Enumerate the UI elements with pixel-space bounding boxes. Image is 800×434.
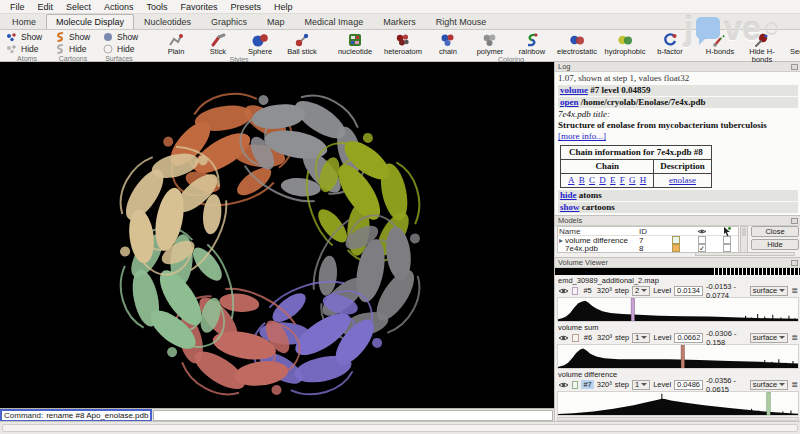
color-nucleotide-button[interactable]: nucleotide (332, 31, 378, 56)
chain-a-link[interactable]: A (568, 175, 575, 185)
chain-g-link[interactable]: G (629, 175, 636, 185)
status-message-area (2, 424, 798, 432)
menu-actions[interactable]: Actions (98, 2, 140, 12)
model-color-swatch[interactable] (672, 236, 680, 244)
model-row-7e4x[interactable]: 7e4x.pdb 8 ✓ (558, 244, 738, 252)
log-panel-menu-icon[interactable] (791, 64, 798, 70)
surface-icon (102, 32, 114, 42)
tab-medical-image[interactable]: Medical Image (295, 14, 374, 29)
chain-c-link[interactable]: C (589, 175, 595, 185)
electrostatic-color-icon (568, 32, 586, 48)
sequence-button[interactable]: Sequence (784, 31, 800, 56)
chain-description-link[interactable]: enolase (669, 175, 696, 185)
tab-molecule-display[interactable]: Molecule Display (46, 14, 134, 29)
map-shown-eye-icon[interactable] (558, 334, 569, 342)
map-histogram[interactable] (557, 344, 799, 369)
menu-help[interactable]: Help (268, 2, 299, 12)
map-options-icon[interactable]: ≣ (791, 381, 798, 389)
map-size: 320³ (597, 380, 612, 389)
model-shown-checkbox[interactable]: ✓ (698, 244, 706, 252)
menu-tools[interactable]: Tools (141, 2, 174, 12)
color-heteroatom-button[interactable]: heteroatom (380, 31, 426, 56)
menu-file[interactable]: File (4, 2, 31, 12)
color-rainbow-button[interactable]: rainbow (512, 31, 552, 56)
style-ballstick-button[interactable]: Ball stick (282, 31, 322, 56)
map-value-range: -0.0306 - 0.158 (706, 329, 746, 347)
hide-cartoons-button[interactable]: Hide (52, 43, 98, 55)
chain-b-link[interactable]: B (579, 175, 585, 185)
display-style-dropdown[interactable]: surface (750, 380, 789, 390)
models-horizontal-scrollbar[interactable] (695, 252, 795, 256)
level-input[interactable]: 0.0134 (674, 286, 703, 296)
map-histogram[interactable] (557, 297, 799, 322)
chain-f-link[interactable]: F (620, 175, 625, 185)
models-hide-button[interactable]: Hide (751, 239, 799, 250)
model-select-checkbox[interactable] (723, 236, 731, 244)
tab-right-mouse[interactable]: Right Mouse (426, 14, 497, 29)
display-style-dropdown[interactable]: surface (750, 286, 789, 296)
map-histogram[interactable] (557, 391, 799, 416)
chain-e-link[interactable]: E (610, 175, 616, 185)
step-dropdown[interactable]: 2 (632, 286, 650, 296)
chain-h-link[interactable]: H (640, 175, 647, 185)
jove-logo-ve: ve (723, 9, 761, 48)
map-shown-eye-icon[interactable] (558, 381, 569, 389)
map-options-icon[interactable]: ≣ (791, 287, 798, 295)
step-dropdown[interactable]: 1 (632, 333, 650, 343)
color-polymer-button[interactable]: polymer (470, 31, 510, 56)
style-plain-button[interactable]: Plain (156, 31, 196, 56)
b-factor-color-icon (661, 32, 679, 48)
show-command-link[interactable]: show (560, 202, 580, 212)
menu-presets[interactable]: Presets (225, 2, 268, 12)
model-color-swatch[interactable] (672, 244, 680, 252)
graphics-viewport[interactable] (0, 62, 554, 408)
color-hydrophobic-button[interactable]: hydrophobic (602, 31, 648, 56)
model-select-checkbox[interactable] (723, 244, 731, 252)
tab-nucleotides[interactable]: Nucleotides (134, 14, 201, 29)
menu-edit[interactable]: Edit (32, 2, 60, 12)
volume-viewer-menu-icon[interactable] (791, 260, 798, 266)
model-shown-checkbox[interactable] (698, 236, 706, 244)
map-color-swatch[interactable] (572, 334, 579, 342)
map-value-range: -0.0153 - 0.0774 (706, 282, 747, 300)
volume-command-link[interactable]: volume (560, 85, 588, 95)
surface-hidden-icon (102, 44, 114, 54)
menu-select[interactable]: Select (60, 2, 97, 12)
tab-markers[interactable]: Markers (373, 14, 426, 29)
models-col-id: ID (639, 227, 665, 236)
models-close-button[interactable]: Close (751, 226, 799, 237)
command-input[interactable]: Command: rename #8 Apo_enolase.pdb (0, 409, 152, 422)
map-shown-eye-icon[interactable] (558, 287, 569, 295)
style-sphere-button[interactable]: Sphere (240, 31, 280, 56)
hide-command-link[interactable]: hide (560, 190, 577, 200)
color-chain-button[interactable]: chain (428, 31, 468, 56)
show-surfaces-button[interactable]: Show (100, 31, 146, 43)
tab-map[interactable]: Map (257, 14, 295, 29)
tab-graphics[interactable]: Graphics (201, 14, 257, 29)
hydrophobic-color-icon (616, 32, 634, 48)
step-dropdown[interactable]: 1 (632, 380, 650, 390)
level-input[interactable]: 0.0662 (674, 333, 703, 343)
open-command-link[interactable]: open (560, 97, 579, 107)
command-input-extension[interactable] (153, 410, 553, 421)
hide-surfaces-button[interactable]: Hide (100, 43, 146, 55)
menu-favorites[interactable]: Favorites (175, 2, 224, 12)
models-vertical-scrollbar[interactable] (740, 226, 748, 253)
hide-atoms-button[interactable]: Hide (4, 43, 50, 55)
color-electrostatic-button[interactable]: electrostatic (554, 31, 600, 56)
map-options-icon[interactable]: ≣ (791, 334, 798, 342)
threshold-marker[interactable] (631, 298, 635, 321)
show-cartoons-button[interactable]: Show (52, 31, 98, 43)
more-info-link[interactable]: [more info...] (558, 131, 606, 141)
chain-d-link[interactable]: D (599, 175, 606, 185)
threshold-marker[interactable] (767, 392, 771, 415)
level-input[interactable]: 0.0486 (674, 380, 703, 390)
map-color-swatch[interactable] (572, 287, 578, 295)
style-stick-button[interactable]: Stick (198, 31, 238, 56)
show-atoms-button[interactable]: Show (4, 31, 50, 43)
models-panel-menu-icon[interactable] (791, 218, 798, 224)
threshold-marker[interactable] (681, 345, 685, 368)
display-style-dropdown[interactable]: surface (750, 333, 789, 343)
map-color-swatch[interactable] (572, 381, 578, 389)
tab-home[interactable]: Home (2, 14, 46, 29)
